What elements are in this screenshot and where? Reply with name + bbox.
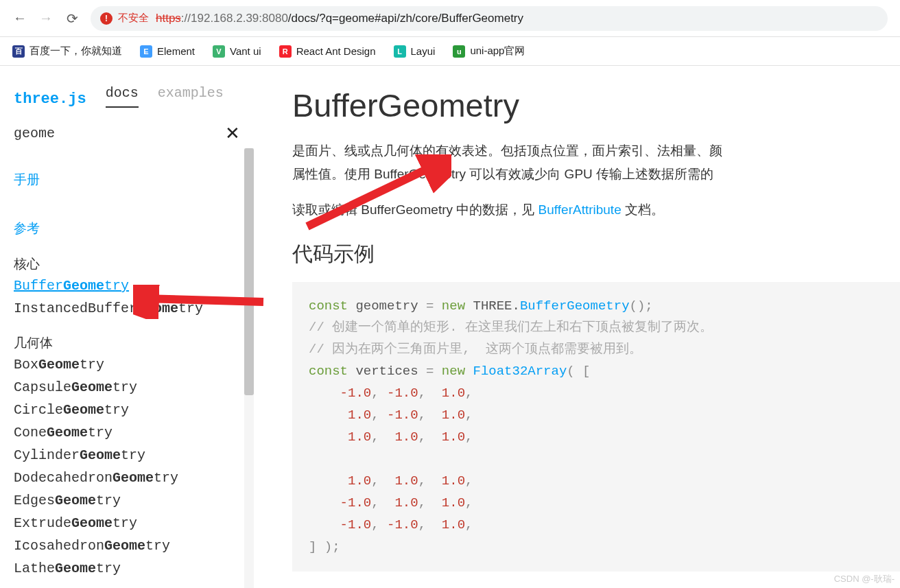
bookmark-item[interactable]: RReact Ant Design [279, 45, 376, 58]
tab-examples[interactable]: examples [158, 85, 224, 108]
bookmark-label: React Ant Design [296, 45, 376, 57]
bookmark-label: Element [157, 45, 195, 57]
bookmark-icon: E [140, 45, 152, 58]
browser-toolbar: ← → ⟳ ! 不安全 https://192.168.2.39:8080/do… [0, 0, 900, 37]
description: 是面片、线或点几何体的有效表述。包括顶点位置，面片索引、法相量、颜 属性值。使用… [292, 139, 759, 222]
forward-button[interactable]: → [38, 11, 54, 26]
bookmark-item[interactable]: LLayui [394, 45, 436, 58]
nav-item[interactable]: IcosahedronGeometry [14, 534, 240, 557]
nav-item[interactable]: CylinderGeometry [14, 444, 240, 467]
reload-button[interactable]: ⟳ [64, 11, 80, 26]
bookmark-icon: 百 [12, 45, 25, 58]
nav-item[interactable]: EdgesGeometry [14, 489, 240, 512]
bookmark-item[interactable]: uuni-app官网 [453, 45, 525, 58]
nav-item[interactable]: ExtrudeGeometry [14, 512, 240, 534]
nav-item[interactable]: ConeGeometry [14, 421, 240, 444]
bookmark-item[interactable]: VVant ui [213, 45, 261, 58]
section-reference[interactable]: 参考 [14, 219, 240, 240]
address-bar[interactable]: ! 不安全 https://192.168.2.39:8080/docs/?q=… [91, 6, 888, 31]
brand-logo[interactable]: three.js [14, 91, 86, 108]
insecure-label: 不安全 [118, 12, 149, 25]
code-block: const geometry = new THREE.BufferGeometr… [292, 282, 900, 572]
sidebar: three.js docs examples ✕ 手册 参考 核心 Buffer… [0, 66, 254, 588]
tab-docs[interactable]: docs [106, 85, 139, 108]
bookmark-item[interactable]: 百百度一下，你就知道 [12, 45, 122, 58]
bookmark-label: 百度一下，你就知道 [29, 45, 122, 58]
watermark: CSDN @-耿瑞- [834, 573, 895, 585]
nav-item[interactable]: BufferGeometry [14, 274, 240, 297]
bookmark-label: uni-app官网 [470, 45, 525, 58]
nav-list: 手册 参考 核心 BufferGeometryInstancedBufferGe… [0, 151, 254, 588]
url-text: https://192.168.2.39:8080/docs/?q=geome#… [156, 12, 523, 25]
sidebar-scrollbar-thumb[interactable] [244, 148, 254, 395]
page-title: BufferGeometry [292, 86, 900, 124]
link-bufferattribute[interactable]: BufferAttribute [538, 202, 621, 217]
nav-item[interactable]: InstancedBufferGeometry [14, 297, 240, 320]
clear-search-icon[interactable]: ✕ [225, 123, 240, 144]
nav-item[interactable]: CapsuleGeometry [14, 376, 240, 399]
section-manual[interactable]: 手册 [14, 170, 240, 191]
nav-item[interactable]: LatheGeometry [14, 557, 240, 580]
section-core: 核心 [14, 253, 240, 274]
bookmark-label: Vant ui [230, 45, 261, 57]
code-section-title: 代码示例 [292, 240, 900, 268]
insecure-icon: ! [100, 12, 113, 25]
bookmark-icon: u [453, 45, 465, 58]
bookmarks-bar: 百百度一下，你就知道EElementVVant uiRReact Ant Des… [0, 37, 900, 66]
main-content: BufferGeometry 是面片、线或点几何体的有效表述。包括顶点位置，面片… [254, 66, 900, 588]
search-input[interactable] [14, 126, 192, 141]
bookmark-label: Layui [411, 45, 436, 57]
back-button[interactable]: ← [12, 11, 27, 26]
bookmark-item[interactable]: EElement [140, 45, 195, 58]
bookmark-icon: L [394, 45, 406, 58]
section-geometry: 几何体 [14, 332, 240, 353]
bookmark-icon: V [213, 45, 225, 58]
nav-item[interactable]: CircleGeometry [14, 399, 240, 421]
nav-item[interactable]: BoxGeometry [14, 353, 240, 376]
nav-item[interactable]: DodecahedronGeometry [14, 467, 240, 489]
bookmark-icon: R [279, 45, 292, 58]
